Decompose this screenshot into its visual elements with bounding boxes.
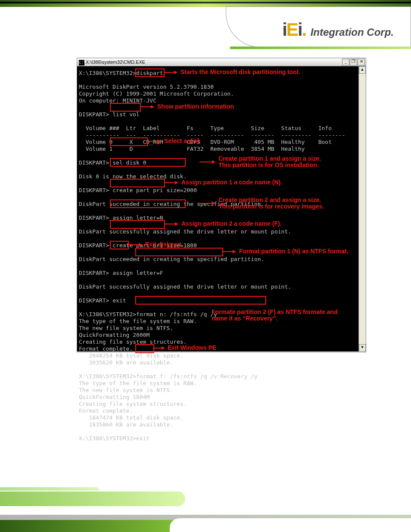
cmd-icon: c:\ bbox=[79, 60, 84, 65]
text: QuickFormatting 1804M bbox=[79, 394, 149, 400]
prompt: DISKPART> bbox=[79, 111, 109, 118]
annotation: Create partition 1 and assign a size. bbox=[218, 155, 321, 162]
cmd-format-f: format f: /fs:ntfs /q /v:Recovery /y bbox=[136, 373, 258, 380]
prompt: X:\I386\SYSTEM32> bbox=[79, 311, 136, 317]
text: 2048254 KB total disk space. bbox=[79, 352, 184, 359]
text: DiskPart successfully assigned the drive… bbox=[79, 283, 291, 290]
annotation: Assign partition 1 a code name (N). bbox=[181, 179, 282, 186]
cmd-body: ▲ ▼ X:\I386\SYSTEM32>diskpart Microsoft … bbox=[77, 66, 366, 352]
arrow-icon bbox=[165, 182, 178, 183]
annotation: This partition is for recovery images. bbox=[218, 203, 324, 210]
annotation: Formate partition 2 (F) as NTFS formate … bbox=[212, 308, 337, 315]
cmd-create1: create part pri size= bbox=[112, 187, 183, 193]
prompt: DISKPART> bbox=[79, 215, 109, 221]
cmd-exit-pe: exit bbox=[136, 435, 149, 442]
annotation: This partition is for OS installation. bbox=[218, 162, 319, 168]
prompt: DISKPART> bbox=[79, 242, 109, 249]
scroll-up-icon[interactable]: ▲ bbox=[359, 66, 366, 74]
text: The type of the file system is RAW. bbox=[79, 380, 197, 386]
close-button[interactable]: ✕ bbox=[358, 59, 365, 65]
text: Format complete. bbox=[79, 408, 133, 414]
minimize-button[interactable]: _ bbox=[342, 59, 349, 65]
company-name: Integration Corp. bbox=[311, 26, 394, 38]
highlight-box bbox=[110, 158, 186, 167]
arrow-icon bbox=[164, 72, 177, 73]
arrow-icon bbox=[199, 162, 215, 162]
text: 1835860 KB are available. bbox=[79, 421, 173, 428]
annotation: Create partition 2 and assign a size. bbox=[218, 196, 321, 203]
text: DiskPart successfully assigned the drive… bbox=[79, 228, 291, 235]
text: Format complete. bbox=[79, 345, 133, 352]
highlight-box bbox=[135, 344, 154, 353]
table-row: Volume 1 D FAT32 Removeable 3854 MB Heal… bbox=[79, 146, 305, 152]
cmd-format-n: format n: /fs:ntfs /q /y bbox=[136, 311, 217, 317]
footer-strip bbox=[0, 492, 185, 506]
logo-mark: iEi. bbox=[282, 19, 306, 40]
annotation: Show partition information bbox=[157, 103, 234, 110]
text: QuickFormatting 2000M bbox=[79, 332, 149, 338]
prompt: DISKPART> bbox=[79, 270, 109, 276]
highlight-box bbox=[110, 220, 165, 229]
prompt: X:\I386\SYSTEM32> bbox=[79, 435, 136, 442]
annotation: Starts the Microsoft disk partitioning t… bbox=[181, 68, 300, 75]
cmd-create1-size: 2000 bbox=[184, 187, 197, 193]
scrollbar[interactable]: ▲ ▼ bbox=[358, 66, 366, 352]
cmd-assign-f: assign letter=F bbox=[112, 270, 163, 276]
arrow-icon bbox=[148, 141, 161, 142]
cmd-listvol: list vol bbox=[112, 111, 140, 118]
highlight-box bbox=[110, 179, 165, 187]
table-header: Volume ### Ltr Label Fs Type Size Status… bbox=[79, 125, 332, 131]
prompt: X:\I386\SYSTEM32> bbox=[79, 373, 136, 380]
highlight-box bbox=[135, 248, 223, 256]
text: The new file system is NTFS. bbox=[79, 387, 173, 393]
annotation: Exit Windows PE bbox=[168, 344, 216, 351]
annotation: Select a disk bbox=[164, 137, 201, 144]
prompt: DISKPART> bbox=[79, 187, 109, 193]
arrow-icon bbox=[141, 106, 154, 107]
maximize-button[interactable]: ❐ bbox=[350, 59, 357, 65]
text: DiskPart succeeded in creating the speci… bbox=[79, 256, 264, 262]
cmd-window: c:\X:\I386\system32\CMD.EXE _ ❐ ✕ ▲ ▼ X:… bbox=[77, 58, 366, 352]
text: Creating file system structures. bbox=[79, 401, 187, 407]
highlight-box bbox=[110, 241, 129, 249]
cmd-titlebar: c:\X:\I386\system32\CMD.EXE _ ❐ ✕ bbox=[77, 58, 366, 66]
highlight-box bbox=[110, 103, 141, 112]
window-title: X:\I386\system32\CMD.EXE bbox=[86, 59, 145, 65]
highlight-box bbox=[135, 68, 165, 77]
highlight-box bbox=[110, 199, 186, 208]
banner-strip bbox=[230, 47, 411, 49]
highlight-box bbox=[110, 137, 148, 146]
prompt: DISKPART> bbox=[79, 159, 109, 166]
highlight-box bbox=[135, 296, 266, 305]
text: Microsoft DiskPart version 5.2.3790.1830 bbox=[79, 84, 214, 90]
document-page: iEi. Integration Corp. c:\X:\I386\system… bbox=[0, 0, 411, 532]
annotation: Assign partition 2 a code name (F). bbox=[181, 220, 282, 227]
annotation: name it as “Recovery”. bbox=[212, 315, 277, 322]
arrow-icon bbox=[223, 251, 236, 252]
arrow-icon bbox=[129, 244, 142, 245]
text: 2035620 KB are available. bbox=[79, 359, 173, 366]
scroll-down-icon[interactable]: ▼ bbox=[359, 344, 366, 352]
text: 1847474 KB total disk space. bbox=[79, 414, 184, 421]
text: The type of the file system is RAW. bbox=[79, 318, 197, 324]
arrow-icon bbox=[199, 203, 215, 204]
arrow-icon bbox=[165, 224, 178, 224]
text: The new file system is NTFS. bbox=[79, 325, 173, 331]
text: Copyright (C) 1999-2001 Microsoft Corpor… bbox=[79, 90, 234, 97]
footer-strip bbox=[0, 487, 99, 491]
footer-panel bbox=[170, 518, 411, 532]
prompt: DISKPART> bbox=[79, 297, 109, 304]
arrow-icon bbox=[154, 348, 165, 348]
brand-logo: iEi. Integration Corp. bbox=[282, 19, 394, 40]
annotation: Exit diskpart bbox=[145, 241, 181, 248]
annotation: Format partition 1 (N) as NTFS format. bbox=[239, 248, 349, 255]
prompt: X:\I386\SYSTEM32> bbox=[79, 70, 136, 76]
logo-panel: iEi. Integration Corp. bbox=[226, 6, 411, 47]
cmd-exit: exit bbox=[112, 297, 126, 304]
